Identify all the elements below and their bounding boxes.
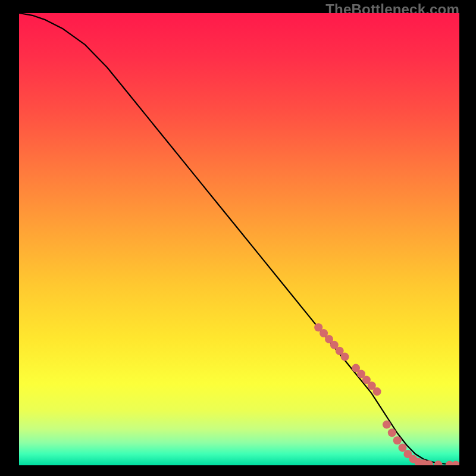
highlight-point xyxy=(373,387,381,396)
highlight-point xyxy=(383,421,391,429)
highlight-point xyxy=(393,436,402,444)
plot-background xyxy=(19,13,459,465)
highlight-point xyxy=(341,353,349,361)
bottleneck-chart xyxy=(19,13,459,465)
chart-stage: TheBottleneck.com xyxy=(0,0,476,476)
highlight-point xyxy=(388,428,396,437)
